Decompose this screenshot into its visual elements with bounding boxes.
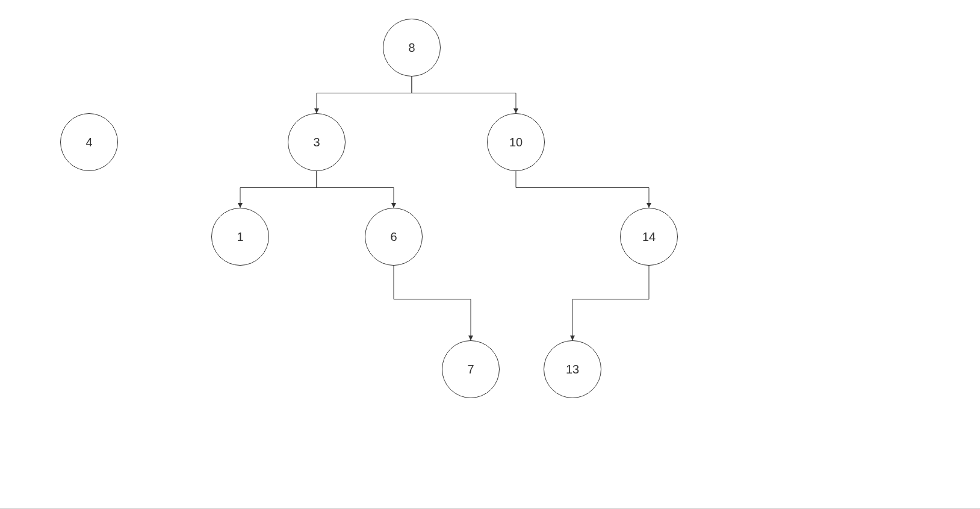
tree-node-8[interactable]: 8: [383, 19, 441, 77]
node-label: 6: [390, 230, 397, 244]
tree-edge: [240, 171, 317, 208]
node-label: 1: [237, 230, 243, 244]
node-label: 10: [509, 136, 523, 149]
tree-edge: [516, 171, 649, 208]
node-label: 7: [467, 363, 474, 376]
node-label: 13: [566, 363, 579, 376]
node-label: 4: [85, 136, 92, 149]
tree-node-3[interactable]: 3: [288, 113, 346, 171]
tree-edge: [317, 171, 394, 208]
tree-node-7[interactable]: 7: [442, 340, 500, 398]
node-label: 3: [313, 136, 320, 149]
tree-node-10[interactable]: 10: [487, 113, 545, 171]
tree-node-14[interactable]: 14: [620, 208, 678, 266]
tree-edge: [412, 77, 516, 113]
tree-edges-layer: [0, 0, 980, 509]
tree-edge: [394, 266, 471, 340]
tree-node-1[interactable]: 1: [211, 208, 269, 266]
tree-node-4[interactable]: 4: [60, 113, 118, 171]
tree-edge: [572, 266, 649, 340]
node-label: 8: [408, 41, 415, 55]
tree-node-13[interactable]: 13: [544, 340, 601, 398]
tree-node-6[interactable]: 6: [365, 208, 423, 266]
node-label: 14: [642, 230, 656, 244]
tree-edge: [317, 77, 412, 113]
